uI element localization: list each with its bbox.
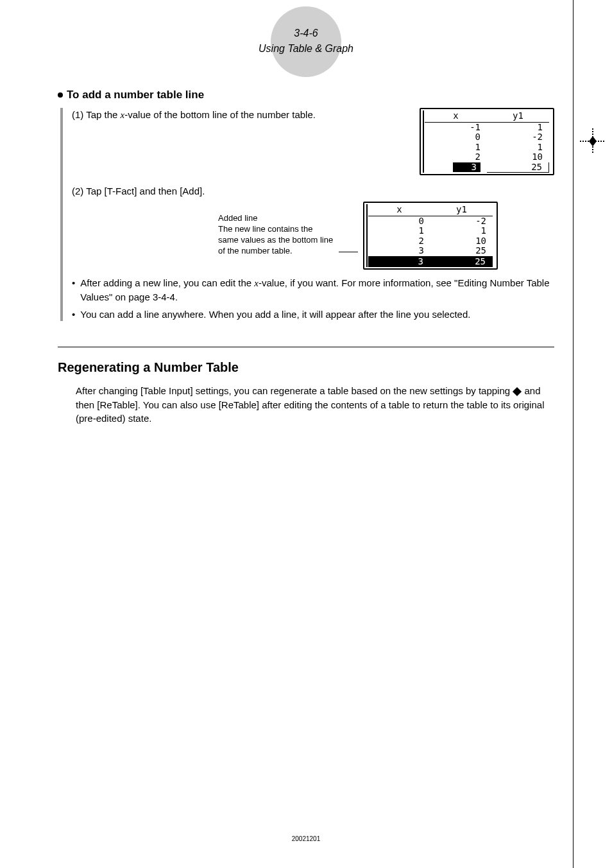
step1-a: (1) Tap the	[72, 109, 121, 120]
table-row: 11	[368, 226, 493, 236]
cell-y: -2	[487, 132, 549, 142]
table2-head-x: x	[368, 204, 430, 216]
section-number: 3-4-6	[58, 26, 554, 41]
cell-x: 0	[425, 132, 487, 142]
cell-y: 1	[487, 143, 549, 152]
procedure-block: (1) Tap the x-value of the bottom line o…	[60, 108, 554, 321]
right-margin-rule	[573, 0, 574, 868]
page: 3-4-6 Using Table & Graph To add a numbe…	[0, 0, 612, 868]
bullet-icon: •	[72, 276, 75, 304]
table-row: 325	[368, 246, 493, 256]
crop-mark-icon	[580, 128, 606, 154]
cell-x: 2	[368, 236, 430, 246]
cell-y: 25	[430, 246, 493, 256]
cell-y: 1	[430, 226, 493, 236]
step-2: (2) Tap [T-Fact] and then [Add].	[72, 184, 554, 198]
section2-title: Regenerating a Number Table	[58, 360, 554, 375]
annotation-title: Added line	[218, 213, 334, 224]
content: To add a number table line (1) Tap the x…	[58, 89, 554, 426]
table-row: 325	[368, 256, 493, 267]
cell-y: 1	[487, 123, 549, 132]
table1-head-y: y1	[487, 110, 549, 122]
cell-y: 10	[487, 152, 549, 162]
cell-x: 0	[368, 216, 430, 226]
diamond-icon	[513, 387, 522, 396]
note-item: •After adding a new line, you can edit t…	[72, 276, 554, 304]
table-row: 0-2	[425, 132, 549, 142]
table2-head-y: y1	[430, 204, 493, 216]
cell-y: 10	[430, 236, 493, 246]
footer-number: 20021201	[0, 835, 612, 842]
note-text: You can add a line anywhere. When you ad…	[80, 308, 470, 321]
table-row: 210	[425, 152, 549, 162]
section2-body: After changing [Table Input] settings, y…	[76, 384, 554, 426]
step-1: (1) Tap the x-value of the bottom line o…	[72, 108, 554, 175]
number-table-before: x y1 -110-211210325	[420, 108, 554, 175]
note-item: •You can add a line anywhere. When you a…	[72, 308, 554, 321]
svg-marker-4	[589, 136, 597, 146]
table-row: -11	[425, 123, 549, 132]
heading-text: To add a number table line	[67, 89, 204, 101]
annotation-body: The new line contains the same values as…	[218, 224, 334, 257]
table-row: 0-2	[368, 216, 493, 226]
page-header: 3-4-6 Using Table & Graph	[58, 13, 554, 56]
table-row: 11	[425, 143, 549, 152]
table1-head-x: x	[425, 110, 487, 122]
notes: •After adding a new line, you can edit t…	[72, 276, 554, 321]
note-text: After adding a new line, you can edit th…	[80, 276, 554, 304]
section-title: Using Table & Graph	[58, 41, 554, 56]
section2-body-a: After changing [Table Input] settings, y…	[76, 385, 513, 396]
bullet-icon	[58, 92, 63, 98]
table-row: 210	[368, 236, 493, 246]
step2-text: (2) Tap [T-Fact] and then [Add].	[72, 184, 554, 198]
bullet-icon: •	[72, 308, 75, 321]
table-row: 325	[425, 162, 549, 173]
cell-x: 3	[368, 256, 430, 267]
procedure-heading: To add a number table line	[58, 89, 554, 101]
annotation-row: Added line The new line contains the sam…	[72, 202, 554, 270]
step1-b: -value of the bottom line of the number …	[124, 109, 316, 120]
cell-y: -2	[430, 216, 493, 226]
cell-x: 2	[425, 152, 487, 162]
cell-x: -1	[425, 123, 487, 132]
cell-y: 25	[430, 256, 493, 267]
cell-y: 25	[487, 162, 549, 173]
cell-x: 1	[425, 143, 487, 152]
section-divider	[58, 347, 554, 347]
annotation: Added line The new line contains the sam…	[218, 202, 334, 257]
cell-x: 1	[368, 226, 430, 236]
cell-x: 3	[368, 246, 430, 256]
number-table-after: x y1 0-211210325325	[363, 202, 498, 270]
leader-line	[339, 252, 358, 252]
cell-x: 3	[425, 162, 487, 173]
